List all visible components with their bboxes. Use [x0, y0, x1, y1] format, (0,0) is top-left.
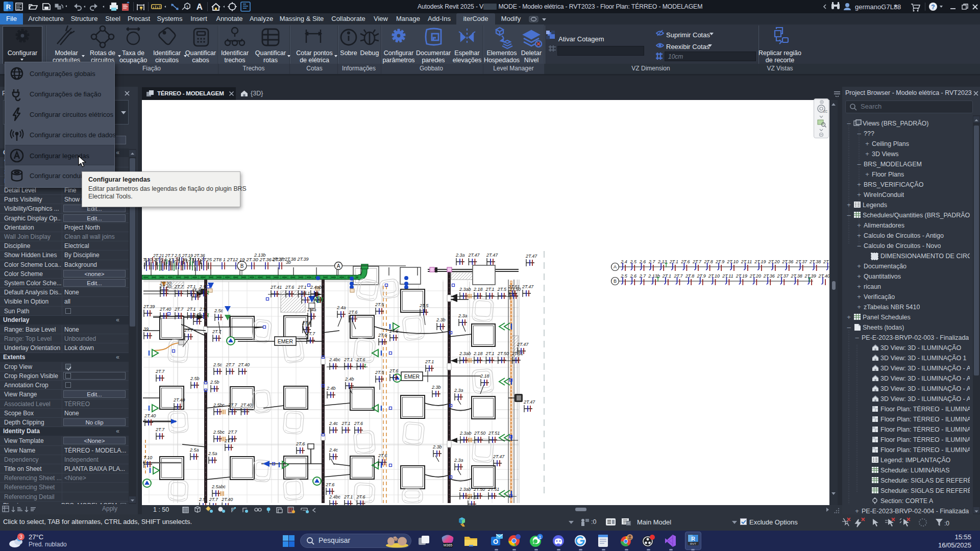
svg-text:2.5: 2.5: [199, 497, 206, 502]
svg-text:2T.19: 2T.19: [754, 259, 766, 264]
svg-text:2.5a: 2.5a: [189, 447, 199, 453]
svg-text:2T.11: 2T.11: [741, 259, 752, 264]
svg-text:2.5: 2.5: [199, 307, 207, 312]
svg-text:2T.47: 2T.47: [493, 454, 505, 459]
svg-text:3: 3: [19, 534, 22, 540]
svg-text:2T.19: 2T.19: [736, 273, 747, 279]
svg-text:2.13b: 2.13b: [254, 253, 266, 258]
svg-text:2T.6: 2T.6: [378, 453, 387, 458]
svg-text:2T.7: 2T.7: [209, 497, 218, 502]
svg-text:2T.20: 2T.20: [749, 273, 761, 279]
svg-text:2.3a: 2.3a: [458, 313, 468, 318]
svg-text:2T.1: 2T.1: [344, 494, 353, 499]
svg-text:2T.6: 2T.6: [325, 482, 334, 487]
svg-text:2T.7: 2T.7: [225, 362, 235, 367]
svg-text:2T.8: 2T.8: [704, 259, 713, 264]
svg-text:2.3a: 2.3a: [454, 458, 463, 463]
svg-text:2T.7: 2T.7: [228, 403, 237, 408]
svg-text:2T.7: 2T.7: [224, 438, 234, 443]
svg-text:2.4bc: 2.4bc: [329, 494, 341, 499]
svg-text:2.4b: 2.4b: [345, 377, 354, 382]
svg-text:2.7: 2.7: [639, 273, 647, 279]
svg-text:2.6: 2.6: [630, 273, 637, 279]
svg-text:2T.40: 2T.40: [238, 362, 250, 367]
svg-text:germanoG7L88: germanoG7L88: [855, 3, 901, 11]
svg-text:2.5abc: 2.5abc: [211, 484, 226, 489]
svg-text:2T.40: 2T.40: [144, 413, 156, 418]
svg-text:2.3ab: 2.3ab: [459, 487, 471, 492]
svg-text:2.4c: 2.4c: [329, 421, 338, 426]
svg-text:2T.7: 2T.7: [673, 273, 683, 279]
svg-text:2.3ab: 2.3ab: [459, 351, 471, 356]
svg-text:2.4c: 2.4c: [329, 447, 338, 453]
svg-text:2T.10: 2T.10: [708, 273, 720, 279]
svg-text:2.5bc: 2.5bc: [213, 430, 225, 435]
svg-text:2T.5: 2T.5: [419, 303, 429, 308]
svg-text:2T.5: 2T.5: [497, 287, 507, 292]
svg-text:A: A: [337, 263, 340, 269]
svg-text:2.18: 2.18: [480, 373, 489, 379]
svg-text:2T.5: 2T.5: [375, 370, 384, 375]
svg-text:2T.1: 2T.1: [662, 273, 671, 279]
svg-text:2T.40: 2T.40: [818, 273, 829, 279]
svg-text:2T.47: 2T.47: [522, 284, 534, 289]
svg-text:2T.7: 2T.7: [155, 427, 165, 432]
svg-text:2T.6: 2T.6: [354, 421, 363, 426]
svg-text:2T.6: 2T.6: [389, 368, 398, 373]
svg-text:3b: 3b: [286, 260, 291, 265]
svg-text:2.3b: 2.3b: [432, 444, 442, 449]
svg-text:B: B: [240, 263, 244, 269]
svg-text:R: R: [6, 3, 11, 11]
svg-text:?: ?: [931, 4, 935, 11]
svg-text:2T.1: 2T.1: [297, 285, 306, 290]
svg-text:2.5b: 2.5b: [210, 380, 219, 385]
svg-text:2T.47: 2T.47: [517, 342, 529, 347]
svg-text:2.4a: 2.4a: [336, 305, 346, 310]
svg-text::0: :0: [944, 520, 949, 527]
svg-text:2.3a: 2.3a: [455, 253, 465, 258]
svg-text:2T.7: 2T.7: [155, 369, 165, 374]
svg-text:2T.38: 2T.38: [791, 273, 802, 279]
svg-text:2T.6: 2T.6: [680, 259, 690, 264]
svg-text:2T.1: 2T.1: [425, 359, 434, 364]
svg-text:2T.40: 2T.40: [240, 403, 252, 408]
svg-text:2T.51: 2T.51: [487, 487, 499, 492]
svg-text:2T.1: 2T.1: [186, 307, 195, 312]
svg-text:2T.40: 2T.40: [221, 497, 233, 502]
svg-text:39: 39: [143, 327, 149, 332]
svg-text:2T.39: 2T.39: [143, 304, 155, 309]
svg-text:2.5c: 2.5c: [213, 362, 223, 367]
svg-text:2T.6: 2T.6: [296, 441, 305, 446]
svg-text:2T.9: 2T.9: [715, 259, 724, 264]
svg-text:2T.50: 2T.50: [473, 487, 485, 492]
svg-text:2T.7: 2T.7: [174, 284, 184, 289]
svg-text:2.3b: 2.3b: [431, 385, 441, 390]
svg-text:R: R: [691, 536, 695, 542]
svg-text:2T.11: 2T.11: [722, 273, 733, 279]
svg-text:2T.1: 2T.1: [341, 421, 350, 426]
svg-text:EMER: EMER: [278, 338, 293, 344]
svg-text:O: O: [493, 538, 498, 545]
svg-text:2.5: 2.5: [630, 259, 638, 264]
svg-text:2.5: 2.5: [620, 273, 628, 279]
svg-text:2T.20: 2T.20: [768, 259, 779, 264]
svg-text:2T.6: 2T.6: [285, 285, 294, 290]
svg-text:2T.40: 2T.40: [159, 284, 171, 289]
svg-text:T.10: T.10: [143, 455, 152, 460]
svg-text:2T.1: 2T.1: [301, 291, 310, 296]
svg-text:2D: 2D: [823, 110, 827, 113]
svg-text:2T.39: 2T.39: [823, 259, 829, 264]
svg-text:2.18: 2.18: [473, 287, 483, 292]
svg-text:2.3b: 2.3b: [436, 317, 446, 322]
svg-text:2T.36: 2T.36: [781, 259, 793, 264]
svg-text:2T.7: 2T.7: [184, 328, 193, 333]
svg-text:2T.5: 2T.5: [375, 302, 384, 307]
svg-text:1: 1: [186, 5, 188, 10]
svg-text:2T.6: 2T.6: [378, 333, 387, 338]
svg-text:2.4: 2.4: [620, 259, 627, 264]
svg-text:2T.40: 2T.40: [159, 307, 171, 312]
svg-text:2.4b: 2.4b: [326, 386, 336, 391]
svg-text:2T.40: 2T.40: [173, 397, 185, 403]
svg-text:2T.41: 2T.41: [270, 285, 282, 290]
svg-text:2.5bc: 2.5bc: [213, 403, 225, 408]
